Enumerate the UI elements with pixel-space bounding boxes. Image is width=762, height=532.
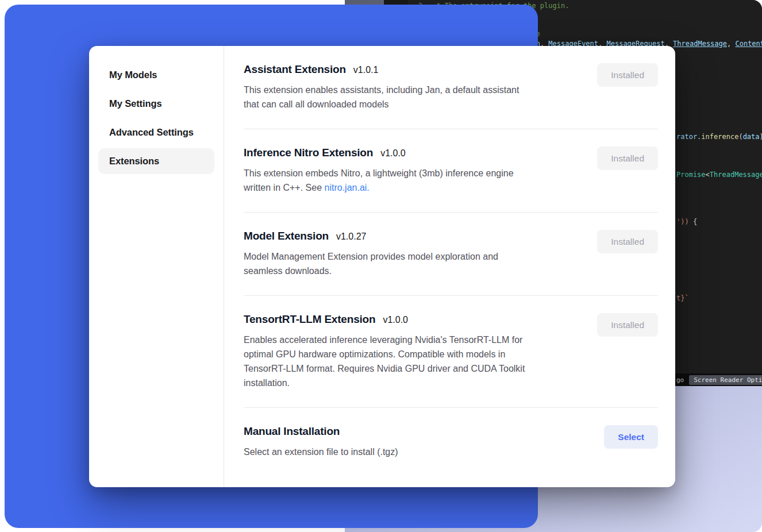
nitro-jan-ai-link[interactable]: nitro.jan.ai. xyxy=(325,183,370,192)
extension-info: Model Extension v1.0.27 Model Management… xyxy=(244,229,597,278)
extension-name: Manual Installation xyxy=(244,424,340,439)
extension-name: TensortRT-LLM Extension xyxy=(244,312,375,327)
sidebar-item-label: My Settings xyxy=(109,98,162,109)
extension-info: Inference Nitro Extension v1.0.0 This ex… xyxy=(244,145,597,195)
extension-info: TensortRT-LLM Extension v1.0.0 Enables a… xyxy=(244,312,597,390)
installed-button[interactable]: Installed xyxy=(597,147,658,170)
extension-info: Manual Installation Select an extension … xyxy=(244,424,604,459)
extension-description: This extension enables assistants, inclu… xyxy=(244,83,583,111)
code-fragment: Promise<ThreadMessage> xyxy=(676,171,762,179)
extension-description: This extension embeds Nitro, a lightweig… xyxy=(244,166,583,195)
code-fragment: rator.inference(data)); xyxy=(676,133,762,141)
extension-description: Model Management Extension provides mode… xyxy=(244,249,583,278)
installed-button[interactable]: Installed xyxy=(597,63,658,87)
extension-version: v1.0.0 xyxy=(383,315,408,325)
extension-name: Assistant Extension xyxy=(244,62,346,77)
extension-description: Select an extension file to install (.tg… xyxy=(244,445,588,459)
installed-button[interactable]: Installed xyxy=(597,230,658,253)
sidebar-item-label: Advanced Settings xyxy=(109,127,194,138)
screen-reader-optimized-badge[interactable]: Screen Reader Optimized xyxy=(689,375,762,385)
sidebar-item-my-settings[interactable]: My Settings xyxy=(98,91,214,117)
extension-title-row: Model Extension v1.0.27 xyxy=(244,229,583,244)
extension-name: Inference Nitro Extension xyxy=(244,145,373,160)
extension-section-model: Model Extension v1.0.27 Model Management… xyxy=(244,213,658,296)
code-fragment: t}` xyxy=(676,294,689,302)
extension-name: Model Extension xyxy=(244,229,329,244)
sidebar-item-label: Extensions xyxy=(109,156,159,167)
app-canvas: 2 * The entrypoint for the plugin. 3 */ … xyxy=(0,0,762,532)
settings-sidebar: My Models My Settings Advanced Settings … xyxy=(89,46,224,487)
installed-button[interactable]: Installed xyxy=(597,313,658,337)
sidebar-item-label: My Models xyxy=(109,70,157,80)
extension-version: v1.0.1 xyxy=(353,65,379,75)
extension-title-row: Assistant Extension v1.0.1 xyxy=(244,62,583,77)
extension-description: Enables accelerated inference leveraging… xyxy=(244,333,583,390)
sidebar-item-extensions[interactable]: Extensions xyxy=(98,148,214,174)
extension-info: Assistant Extension v1.0.1 This extensio… xyxy=(244,62,597,111)
status-bar-text: go xyxy=(676,376,684,384)
extensions-list: Assistant Extension v1.0.1 This extensio… xyxy=(224,46,675,487)
code-fragment: ')) { xyxy=(676,218,697,226)
sidebar-item-advanced-settings[interactable]: Advanced Settings xyxy=(98,119,214,145)
extension-section-manual-installation: Manual Installation Select an extension … xyxy=(244,408,658,476)
extension-version: v1.0.27 xyxy=(336,232,366,242)
extension-section-inference-nitro: Inference Nitro Extension v1.0.0 This ex… xyxy=(244,129,658,213)
extension-section-assistant: Assistant Extension v1.0.1 This extensio… xyxy=(244,46,658,129)
settings-modal: My Models My Settings Advanced Settings … xyxy=(89,46,675,487)
extension-title-row: TensortRT-LLM Extension v1.0.0 xyxy=(244,312,583,327)
description-text: This extension embeds Nitro, a lightweig… xyxy=(244,168,514,192)
select-file-button[interactable]: Select xyxy=(604,425,658,449)
sidebar-item-my-models[interactable]: My Models xyxy=(98,62,214,88)
extension-version: v1.0.0 xyxy=(380,148,406,159)
extension-section-tensorrt-llm: TensortRT-LLM Extension v1.0.0 Enables a… xyxy=(244,296,658,408)
extension-title-row: Manual Installation xyxy=(244,424,590,439)
extension-title-row: Inference Nitro Extension v1.0.0 xyxy=(244,145,583,160)
